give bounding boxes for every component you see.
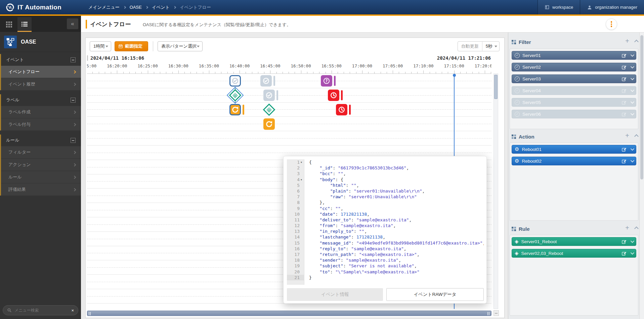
chevron-down-icon[interactable] [631,65,634,68]
collapse-section-icon[interactable] [71,57,76,62]
user-menu-button[interactable]: organization manager [580,0,644,14]
chevron-down-icon[interactable] [631,251,634,255]
event-icon-timeout[interactable] [328,90,339,101]
chevron-down-icon[interactable] [631,88,634,92]
edit-icon[interactable] [621,100,627,105]
code-line: 13 "in_reply_to": "", [287,228,484,234]
pattern-select[interactable]: 表示パターン選択 [158,41,203,51]
popup-tab-event-info[interactable]: イベント情報 [287,288,383,301]
scrollbar-thumb[interactable] [87,311,491,316]
panel-item-Server01_Reboot[interactable]: ◈Server01_Reboot [512,237,636,246]
edit-icon[interactable] [621,65,627,70]
chevron-down-icon[interactable] [631,239,634,243]
tab-grid-view[interactable] [2,17,16,32]
code-text: "return_path": "<sample@exastro.ita>", [309,252,420,257]
event-icon-action[interactable] [263,118,275,130]
event-icon-check[interactable] [229,75,241,87]
panel-item-Server06[interactable]: ✓Server06 [512,110,636,118]
workspace-button[interactable]: workspace [538,0,580,14]
timeline-horizontal-scrollbar[interactable] [87,311,491,316]
breadcrumb-item[interactable]: メインメニュー [88,4,120,10]
scrollbar-thumb[interactable] [494,75,498,99]
sidebar-item-label: フィルター [8,149,31,155]
fold-caret-icon[interactable]: ▾ [300,159,302,165]
add-item-button[interactable]: + [625,37,629,45]
sidebar-item-イベント履歴[interactable]: イベント履歴 [1,78,81,90]
edit-icon[interactable] [621,112,627,117]
gear-icon: ⚙ [515,159,519,164]
edit-icon[interactable] [621,159,627,164]
edit-icon[interactable] [621,239,627,244]
panel-item-Reboot02[interactable]: ⚙Reboot02 [512,157,636,165]
fold-caret-icon[interactable]: ▾ [300,177,302,182]
panel-item-Server01[interactable]: ✓Server01 [512,51,636,60]
range-button[interactable]: 範囲指定 [115,41,148,51]
chevron-down-icon[interactable] [631,53,634,57]
edit-icon[interactable] [621,76,627,82]
sidebar-item-ラベル作成[interactable]: ラベル作成 [1,106,81,118]
breadcrumb-item[interactable]: イベントフロー [180,4,211,10]
panel-item-Server04[interactable]: ✓Server04 [512,86,636,95]
chevron-down-icon [495,46,497,47]
app-logo[interactable]: IT Automation [0,3,81,12]
event-raw-json-viewer[interactable]: 1▾{2 "_id": "6617939c1c78653013bc3d46",3… [287,159,484,285]
page-menu-button[interactable] [606,18,617,30]
axis-tick-label: 17:15:00 [444,63,464,68]
page-vertical-scrollbar[interactable] [639,33,644,319]
product-header: OASE [0,32,81,52]
collapse-panel-icon[interactable] [634,40,639,44]
edit-icon[interactable] [621,53,627,58]
scrollbar-grip-right[interactable] [487,312,490,315]
collapse-panel-icon[interactable] [634,134,639,139]
panel-item-Server05[interactable]: ✓Server05 [512,98,636,107]
period-select[interactable]: 1時間 [90,41,111,51]
chevron-down-icon[interactable] [631,147,634,151]
event-icon-action[interactable] [229,104,241,115]
panel-item-Reboot01[interactable]: ⚙Reboot01 [512,145,636,154]
edit-icon[interactable] [621,147,627,152]
panel-item-label: Server06 [522,112,541,117]
event-icon-question[interactable]: ? [321,75,332,87]
sidebar-item-フィルター[interactable]: フィルター [1,146,81,158]
sidebar-item-イベントフロー[interactable]: イベントフロー [1,65,81,78]
panel-item-Server03[interactable]: ✓Server03 [512,74,636,83]
collapse-section-icon[interactable] [71,138,76,143]
chevron-down-icon[interactable] [631,112,634,115]
sidebar-item-アクション[interactable]: アクション [1,158,81,171]
collapse-section-icon[interactable] [71,98,76,103]
code-line: 3 "bcc": "", [287,171,484,176]
event-icon-timeout[interactable] [336,104,347,115]
sidebar-item-評価結果[interactable]: 評価結果 [1,183,81,196]
sidebar-item-ルール[interactable]: ルール [1,171,81,183]
sidebar-collapse-button[interactable]: « [67,18,78,29]
panel-item-Server02[interactable]: ✓Server02 [512,63,636,71]
popup-tab-event-raw[interactable]: イベントRAWデータ [386,288,484,301]
search-clear-icon[interactable]: × [71,308,74,313]
panel-body-rule: ◈Server01_Reboot◈Server02,03_Reboot [510,235,638,316]
panel-item-Server02,03_Reboot[interactable]: ◈Server02,03_Reboot [512,249,636,258]
event-icon-check[interactable] [263,90,275,101]
menu-search: × [3,305,78,315]
chevron-down-icon[interactable] [631,100,634,104]
tab-list-view[interactable] [17,17,32,32]
chevron-down-icon [197,46,200,47]
breadcrumb-item[interactable]: イベント [152,4,170,10]
add-item-button[interactable]: + [625,132,629,140]
edit-icon[interactable] [621,88,627,93]
menu-search-input[interactable] [14,308,65,313]
auto-update-interval-select[interactable]: 5秒 [482,43,499,49]
chevron-down-icon[interactable] [631,159,634,162]
scrollbar-thumb[interactable] [640,35,643,179]
sidebar-item-ラベル付与[interactable]: ラベル付与 [1,118,81,130]
edit-icon[interactable] [621,251,627,256]
scrollbar-grip-left[interactable] [89,312,91,315]
timeline-vertical-scrollbar[interactable] [493,73,498,309]
collapse-panel-icon[interactable] [634,226,639,231]
code-text: "lastchange": 1712821138, [309,234,385,240]
chevron-right-icon [73,188,76,192]
chevron-down-icon[interactable] [631,76,634,80]
breadcrumb-item[interactable]: OASE [130,5,142,10]
event-icon-check[interactable] [260,75,272,87]
timeline-row [87,74,491,88]
add-item-button[interactable]: + [625,224,629,232]
